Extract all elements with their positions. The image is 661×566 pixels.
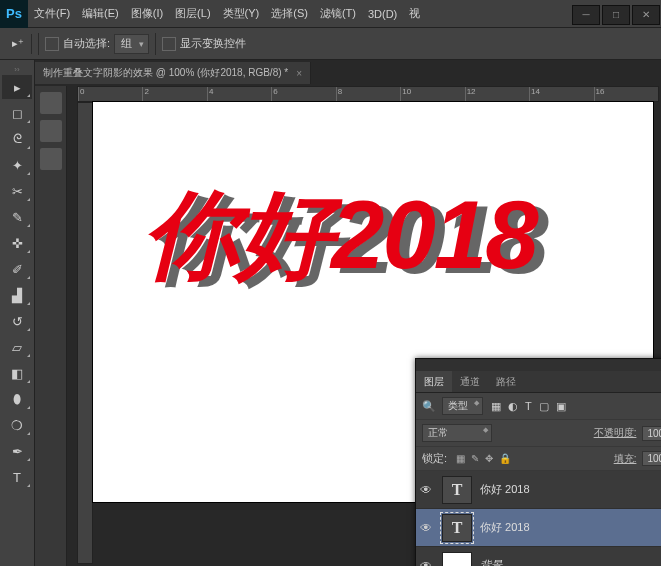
document-tab[interactable]: 制作重叠文字阴影的效果 @ 100% (你好2018, RGB/8) * ×	[35, 62, 311, 84]
lock-all-icon[interactable]: 🔒	[499, 453, 511, 464]
layer-row[interactable]: 👁 背景 🔒	[416, 547, 661, 566]
menu-select[interactable]: 选择(S)	[265, 0, 314, 28]
tool-marquee[interactable]: ◻	[2, 101, 32, 125]
panel-tabs: 图层 通道 路径 ≡	[416, 371, 661, 393]
document-tabs: 制作重叠文字阴影的效果 @ 100% (你好2018, RGB/8) * ×	[35, 60, 661, 86]
main: ›› ▸ ◻ ᘓ ✦ ✂ ✎ ✜ ✐ ▟ ↺ ▱ ◧ ⬮ ❍ ✒ T 制作重叠文…	[0, 60, 661, 566]
ruler-tick: 8	[336, 87, 400, 101]
tool-eyedropper[interactable]: ✎	[2, 205, 32, 229]
close-tab-icon[interactable]: ×	[296, 68, 302, 79]
menu-view[interactable]: 视	[403, 0, 426, 28]
filter-type-icon[interactable]: T	[525, 400, 532, 413]
visibility-toggle-icon[interactable]: 👁	[420, 483, 434, 497]
document-tab-title: 制作重叠文字阴影的效果 @ 100% (你好2018, RGB/8) *	[43, 66, 288, 80]
blend-mode-dropdown[interactable]: 正常	[422, 424, 492, 442]
layer-row[interactable]: 👁 T 你好 2018	[416, 509, 661, 547]
collapsed-panel-icon[interactable]	[40, 92, 62, 114]
layer-name[interactable]: 背景	[480, 558, 502, 566]
fill-label[interactable]: 填充:	[614, 452, 637, 466]
tool-eraser[interactable]: ▱	[2, 335, 32, 359]
tool-stamp[interactable]: ▟	[2, 283, 32, 307]
filter-pixel-icon[interactable]: ▦	[491, 400, 501, 413]
opacity-value[interactable]: 100%	[642, 426, 661, 441]
maximize-button[interactable]: □	[602, 5, 630, 25]
tool-gradient[interactable]: ◧	[2, 361, 32, 385]
visibility-toggle-icon[interactable]: 👁	[420, 521, 434, 535]
lock-pixels-icon[interactable]: ✎	[471, 453, 479, 464]
menu-image[interactable]: 图像(I)	[125, 0, 169, 28]
tab-paths[interactable]: 路径	[488, 371, 524, 392]
ruler-tick: 10	[400, 87, 464, 101]
filter-shape-icon[interactable]: ▢	[539, 400, 549, 413]
layer-thumb-icon	[442, 552, 472, 567]
opacity-label[interactable]: 不透明度:	[594, 426, 637, 440]
auto-select-target-dropdown[interactable]: 组	[114, 34, 149, 54]
ruler-tick: 16	[594, 87, 658, 101]
workspace: 制作重叠文字阴影的效果 @ 100% (你好2018, RGB/8) * × 0…	[35, 60, 661, 566]
tool-pen[interactable]: ✒	[2, 439, 32, 463]
tool-move[interactable]: ▸	[2, 75, 32, 99]
search-icon: 🔍	[422, 400, 436, 413]
menu-type[interactable]: 类型(Y)	[217, 0, 266, 28]
show-transform-option[interactable]: 显示变换控件	[162, 36, 246, 51]
ruler-tick: 6	[271, 87, 335, 101]
ruler-vertical	[77, 102, 93, 564]
lock-row: 锁定: ▦ ✎ ✥ 🔒 填充: 100%	[416, 447, 661, 471]
checkbox-icon[interactable]	[162, 37, 176, 51]
filter-icons: ▦ ◐ T ▢ ▣	[491, 400, 566, 413]
fill-value[interactable]: 100%	[642, 451, 661, 466]
collapsed-panels-column	[35, 86, 67, 566]
ruler-tick: 2	[142, 87, 206, 101]
canvas-text: 你好2018	[143, 172, 537, 302]
menu-edit[interactable]: 编辑(E)	[76, 0, 125, 28]
ruler-tick: 4	[207, 87, 271, 101]
panel-titlebar[interactable]: ◂◂ ×	[416, 359, 661, 371]
menu-3d[interactable]: 3D(D)	[362, 0, 403, 28]
tool-type[interactable]: T	[2, 465, 32, 489]
ps-logo-icon: Ps	[0, 0, 28, 28]
drag-handle-icon[interactable]: ››	[0, 64, 34, 74]
tool-crop[interactable]: ✂	[2, 179, 32, 203]
menu-file[interactable]: 文件(F)	[28, 0, 76, 28]
lock-label: 锁定:	[422, 451, 447, 466]
tool-blur[interactable]: ⬮	[2, 387, 32, 411]
menu-layer[interactable]: 图层(L)	[169, 0, 216, 28]
separator	[38, 33, 39, 55]
ruler-tick: 14	[529, 87, 593, 101]
move-tool-indicator-icon: ▸⁺	[4, 34, 32, 54]
menu-filter[interactable]: 滤镜(T)	[314, 0, 362, 28]
show-transform-label: 显示变换控件	[180, 36, 246, 51]
auto-select-option[interactable]: 自动选择:	[45, 36, 110, 51]
visibility-toggle-icon[interactable]: 👁	[420, 559, 434, 567]
tab-layers[interactable]: 图层	[416, 371, 452, 392]
auto-select-label: 自动选择:	[63, 36, 110, 51]
filter-kind-dropdown[interactable]: 类型	[442, 397, 483, 415]
tool-history-brush[interactable]: ↺	[2, 309, 32, 333]
close-button[interactable]: ✕	[632, 5, 660, 25]
layers-panel: ◂◂ × 图层 通道 路径 ≡ 🔍 类型 ▦ ◐ T ▢ ▣	[415, 358, 661, 566]
checkbox-icon[interactable]	[45, 37, 59, 51]
tool-dodge[interactable]: ❍	[2, 413, 32, 437]
tab-channels[interactable]: 通道	[452, 371, 488, 392]
menubar: 文件(F) 编辑(E) 图像(I) 图层(L) 类型(Y) 选择(S) 滤镜(T…	[28, 0, 571, 28]
layer-thumb-type-icon: T	[442, 514, 472, 542]
tool-healing[interactable]: ✜	[2, 231, 32, 255]
layer-row[interactable]: 👁 T 你好 2018	[416, 471, 661, 509]
tool-brush[interactable]: ✐	[2, 257, 32, 281]
collapsed-panel-icon[interactable]	[40, 148, 62, 170]
filter-adjust-icon[interactable]: ◐	[508, 400, 518, 413]
layer-name[interactable]: 你好 2018	[480, 520, 530, 535]
ruler-tick: 0	[78, 87, 142, 101]
lock-transparency-icon[interactable]: ▦	[456, 453, 465, 464]
collapsed-panel-icon[interactable]	[40, 120, 62, 142]
filter-smart-icon[interactable]: ▣	[556, 400, 566, 413]
minimize-button[interactable]: ─	[572, 5, 600, 25]
tool-lasso[interactable]: ᘓ	[2, 127, 32, 151]
lock-position-icon[interactable]: ✥	[485, 453, 493, 464]
layer-name[interactable]: 你好 2018	[480, 482, 530, 497]
blend-row: 正常 不透明度: 100%	[416, 420, 661, 447]
layer-filter-row: 🔍 类型 ▦ ◐ T ▢ ▣	[416, 393, 661, 420]
layer-thumb-type-icon: T	[442, 476, 472, 504]
window-controls: ─ □ ✕	[571, 3, 661, 25]
tool-magic-wand[interactable]: ✦	[2, 153, 32, 177]
